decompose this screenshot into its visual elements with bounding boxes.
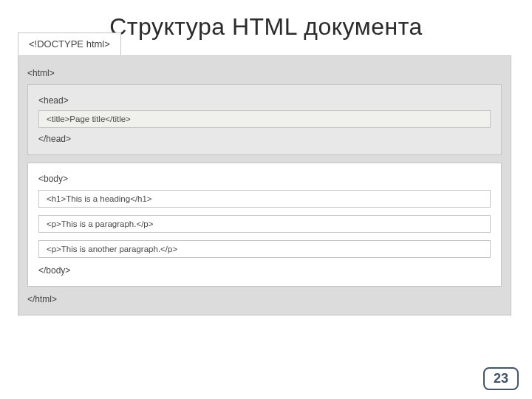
body-open-tag: <body>: [38, 174, 491, 184]
page-number: 23: [483, 367, 519, 390]
body-block: <body> <h1>This is a heading</h1> <p>Thi…: [27, 163, 502, 287]
body-close-tag: </body>: [38, 265, 491, 276]
p1-line: <p>This is a paragraph.</p>: [38, 215, 491, 233]
html-structure-diagram: <!DOCTYPE html> <html> <head> <title>Pag…: [18, 55, 511, 316]
html-block: <html> <head> <title>Page title</title> …: [18, 56, 511, 315]
p2-line: <p>This is another paragraph.</p>: [38, 240, 491, 258]
head-close-tag: </head>: [38, 134, 491, 144]
head-open-tag: <head>: [38, 95, 491, 106]
h1-line: <h1>This is a heading</h1>: [38, 190, 491, 208]
html-close-tag: </html>: [27, 294, 502, 304]
title-tag-line: <title>Page title</title>: [38, 110, 491, 128]
html-open-tag: <html>: [27, 68, 502, 78]
head-block: <head> <title>Page title</title> </head>: [27, 84, 502, 155]
doctype-tab: <!DOCTYPE html>: [18, 33, 121, 55]
